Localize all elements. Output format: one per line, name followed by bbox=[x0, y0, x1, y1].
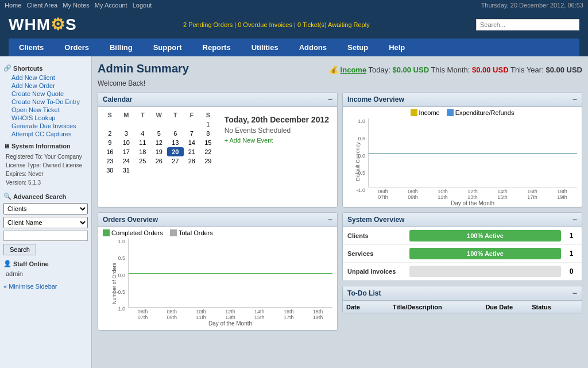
minimise-sidebar-link[interactable]: « Minimise Sidebar bbox=[3, 283, 88, 290]
cal-cell[interactable]: 19 bbox=[151, 147, 168, 156]
cal-cell[interactable]: 18 bbox=[134, 147, 151, 156]
cal-cell[interactable]: 24 bbox=[118, 156, 135, 166]
nav-reports[interactable]: Reports bbox=[192, 39, 241, 56]
nav-addons[interactable]: Addons bbox=[289, 39, 337, 56]
cal-cell[interactable] bbox=[134, 120, 151, 129]
cal-cell[interactable] bbox=[151, 120, 168, 129]
my-notes-link[interactable]: My Notes bbox=[63, 2, 89, 9]
cal-cell[interactable]: 23 bbox=[102, 156, 118, 166]
cal-cell[interactable]: 16 bbox=[102, 147, 118, 156]
cal-cell[interactable] bbox=[167, 166, 184, 175]
welcome-text: Welcome Back! bbox=[98, 79, 582, 87]
cal-cell[interactable]: 26 bbox=[151, 156, 168, 166]
income-legend-income: Income bbox=[419, 109, 440, 116]
whois-link[interactable]: WHOIS Lookup bbox=[3, 114, 88, 122]
search-type-dropdown[interactable]: Clients bbox=[3, 203, 88, 214]
cal-cell[interactable]: 10 bbox=[118, 138, 135, 147]
nav-clients[interactable]: Clients bbox=[9, 39, 54, 56]
income-today-value: $0.00 USD bbox=[392, 66, 429, 74]
header-search[interactable] bbox=[476, 19, 579, 30]
create-new-quote-link[interactable]: Create New Quote bbox=[3, 90, 88, 98]
search-input[interactable] bbox=[476, 19, 579, 30]
cal-cell[interactable]: 9 bbox=[102, 138, 118, 147]
cal-day-sat: S bbox=[200, 110, 216, 120]
cal-cell[interactable]: 1 bbox=[200, 120, 216, 129]
nav-billing[interactable]: Billing bbox=[99, 39, 143, 56]
cal-cell[interactable]: 28 bbox=[184, 156, 200, 166]
orders-yaxis: 1.00.50.0-0.5-1.0 bbox=[106, 239, 127, 312]
search-button[interactable]: Search bbox=[3, 244, 36, 255]
cal-cell[interactable]: 14 bbox=[184, 138, 200, 147]
cal-cell[interactable]: 12 bbox=[151, 138, 168, 147]
cal-cell[interactable]: 7 bbox=[184, 129, 200, 138]
client-area-link[interactable]: Client Area bbox=[26, 2, 57, 9]
income-xlabel: Day of the Month bbox=[368, 200, 577, 206]
cal-cell[interactable]: 15 bbox=[200, 138, 216, 147]
nav-setup[interactable]: Setup bbox=[337, 39, 378, 56]
cal-cell[interactable] bbox=[134, 166, 151, 175]
search-value-input[interactable] bbox=[3, 231, 88, 241]
calendar-panel: Calendar − S M T W T bbox=[98, 92, 338, 208]
cal-cell[interactable] bbox=[102, 120, 118, 129]
cal-cell[interactable]: 30 bbox=[102, 166, 118, 175]
topbar-links: Home Client Area My Notes My Account Log… bbox=[5, 2, 155, 9]
orders-legend: Completed Orders Total Orders bbox=[100, 229, 335, 236]
cal-cell[interactable]: 25 bbox=[134, 156, 151, 166]
cal-cell[interactable]: 2 bbox=[102, 129, 118, 138]
income-overview-panel: Income Overview − Income Expenditure/Ref… bbox=[342, 92, 582, 208]
add-new-client-link[interactable]: Add New Client bbox=[3, 74, 88, 82]
cal-cell[interactable]: 11 bbox=[134, 138, 151, 147]
income-xaxis-bot: 07th09th11th13th15th17th19th bbox=[368, 194, 577, 200]
page-title: Admin Summary bbox=[98, 62, 189, 75]
cal-cell[interactable] bbox=[184, 166, 200, 175]
cal-cell[interactable]: 29 bbox=[200, 156, 216, 166]
cal-cell[interactable]: 5 bbox=[151, 129, 168, 138]
attempt-cc-link[interactable]: Attempt CC Captures bbox=[3, 130, 88, 138]
header: WHM⚙S 2 Pending Orders | 0 Overdue Invoi… bbox=[0, 10, 588, 56]
cal-cell[interactable]: 4 bbox=[134, 129, 151, 138]
cal-cell[interactable]: 22 bbox=[200, 147, 216, 156]
nav-utilities[interactable]: Utilities bbox=[241, 39, 289, 56]
system-overview-collapse-button[interactable]: − bbox=[572, 216, 577, 224]
orders-collapse-button[interactable]: − bbox=[328, 216, 332, 224]
cal-cell[interactable]: 13 bbox=[167, 138, 184, 147]
cal-cell[interactable] bbox=[200, 166, 216, 175]
cal-cell[interactable]: 3 bbox=[118, 129, 135, 138]
content-area: Admin Summary 💰 Income Today: $0.00 USD … bbox=[92, 56, 588, 368]
cal-cell[interactable] bbox=[118, 120, 135, 129]
todo-columns: Date Title/Description Due Date Status bbox=[343, 301, 582, 313]
generate-invoices-link[interactable]: Generate Due Invoices bbox=[3, 122, 88, 130]
todo-collapse-button[interactable]: − bbox=[572, 289, 577, 297]
cal-cell[interactable]: 8 bbox=[200, 129, 216, 138]
home-link[interactable]: Home bbox=[5, 2, 21, 9]
income-xaxis-top: 06th08th10th12th14th16th18th bbox=[368, 189, 577, 194]
search-field-dropdown[interactable]: Client Name bbox=[3, 217, 88, 228]
income-year-label: This Year: bbox=[510, 66, 544, 74]
income-overview-collapse-button[interactable]: − bbox=[572, 95, 577, 103]
system-info: Registered To: Your Company License Type… bbox=[3, 151, 88, 188]
add-event-link[interactable]: + Add New Event bbox=[225, 137, 329, 144]
calendar-collapse-button[interactable]: − bbox=[328, 95, 332, 103]
orders-xaxis-bot: 07th09th11th13th15th17th19th bbox=[128, 315, 332, 320]
nav-orders[interactable]: Orders bbox=[54, 39, 99, 56]
cal-cell[interactable]: 17 bbox=[118, 147, 135, 156]
cal-cell[interactable] bbox=[184, 120, 200, 129]
nav-help[interactable]: Help bbox=[378, 39, 415, 56]
logo-text: WHM⚙S bbox=[9, 15, 77, 34]
cal-today-cell[interactable]: 20 bbox=[167, 147, 184, 156]
cal-cell[interactable]: 27 bbox=[167, 156, 184, 166]
cal-cell[interactable]: 31 bbox=[118, 166, 135, 175]
nav-support[interactable]: Support bbox=[143, 39, 192, 56]
add-new-order-link[interactable]: Add New Order bbox=[3, 82, 88, 90]
logout-link[interactable]: Logout bbox=[133, 2, 152, 9]
cal-cell[interactable]: 6 bbox=[167, 129, 184, 138]
system-overview-panel: System Overview − Clients 100% Active 1 bbox=[342, 212, 582, 281]
my-account-link[interactable]: My Account bbox=[95, 2, 127, 9]
cal-cell[interactable] bbox=[151, 166, 168, 175]
create-todo-link[interactable]: Create New To-Do Entry bbox=[3, 98, 88, 106]
clients-count: 1 bbox=[566, 232, 577, 240]
cal-cell[interactable]: 21 bbox=[184, 147, 200, 156]
cal-cell[interactable] bbox=[167, 120, 184, 129]
open-ticket-link[interactable]: Open New Ticket bbox=[3, 106, 88, 114]
clients-label: Clients bbox=[347, 232, 405, 239]
